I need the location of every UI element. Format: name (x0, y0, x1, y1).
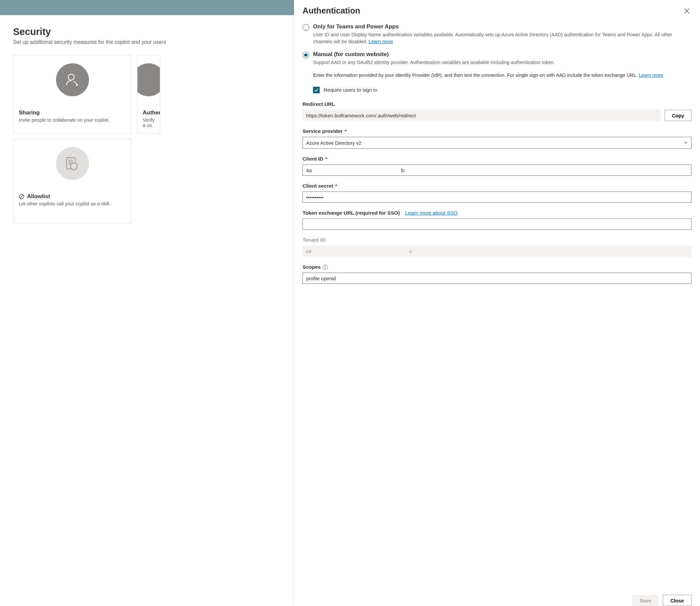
client-secret-field[interactable] (303, 191, 692, 203)
radio-manual-label: Manual (for custom website) (313, 51, 692, 58)
learn-more-link-teams[interactable]: Learn more (369, 39, 393, 44)
provider-label: Service provider* (303, 128, 692, 134)
client-id-field[interactable] (303, 165, 692, 176)
card-auth-title: Authenti (143, 110, 154, 116)
tenant-id-label: Tenant ID (303, 237, 692, 243)
token-exchange-field[interactable] (303, 218, 692, 230)
scopes-field[interactable] (303, 273, 692, 284)
card-authentication[interactable]: Authenti Verify a us (137, 55, 160, 134)
tenant-id-field (303, 246, 692, 257)
sharing-icon (56, 63, 89, 96)
token-exchange-label: Token exchange URL (required for SSO) Le… (303, 210, 692, 216)
radio-option-manual[interactable]: Manual (for custom website) Support AAD … (303, 51, 692, 66)
scopes-label: Scopes i (303, 264, 692, 270)
radio-teams-label: Only for Teams and Power Apps (313, 23, 692, 30)
card-allow-title: Allowlist (19, 193, 126, 200)
learn-more-sso-link[interactable]: Learn more about SSO (405, 210, 457, 216)
allowlist-icon (56, 147, 89, 180)
card-allowlist[interactable]: Allowlist Let other copilots call your c… (13, 139, 132, 224)
provider-value: Azure Active Directory v2 (306, 140, 362, 146)
card-sharing[interactable]: Sharing Invite people to collaborate on … (13, 55, 132, 134)
auth-panel: Authentication Only for Teams and Power … (294, 0, 700, 606)
client-secret-label: Client secret* (303, 183, 692, 189)
card-sharing-title: Sharing (19, 110, 126, 116)
redirect-url-label: Redirect URL (303, 101, 692, 107)
cards-grid: Sharing Invite people to collaborate on … (13, 55, 264, 224)
auth-icon (137, 63, 160, 96)
require-signin-label: Require users to sign in (323, 87, 377, 93)
require-signin-checkbox[interactable]: Require users to sign in (313, 87, 692, 93)
info-icon[interactable]: i (323, 265, 328, 270)
copy-button[interactable]: Copy (665, 110, 692, 121)
card-sharing-desc: Invite people to collaborate on your cop… (19, 117, 126, 123)
learn-more-link-idp[interactable]: Learn more (639, 72, 663, 78)
radio-teams-desc: User ID and User Display Name authentica… (313, 31, 692, 45)
radio-option-teams[interactable]: Only for Teams and Power Apps User ID an… (303, 23, 692, 45)
chevron-down-icon (684, 141, 688, 145)
radio-circle-selected-icon (303, 52, 309, 59)
radio-manual-desc: Support AAD or any OAuth2 identity provi… (313, 59, 692, 66)
prohibit-icon (19, 194, 24, 200)
svg-point-0 (68, 74, 74, 80)
checkbox-checked-icon (313, 87, 320, 93)
close-panel-button[interactable]: Close (663, 595, 692, 606)
idp-instruction: Enter the information provided by your I… (313, 72, 692, 79)
card-auth-desc: Verify a us (143, 117, 154, 128)
svg-line-6 (20, 195, 23, 198)
radio-circle-icon (303, 24, 309, 31)
save-button[interactable]: Save (632, 595, 659, 606)
close-button[interactable] (682, 6, 692, 16)
provider-select[interactable]: Azure Active Directory v2 (303, 137, 692, 149)
close-icon (684, 8, 690, 14)
redirect-url-field[interactable] (303, 110, 661, 121)
card-allow-desc: Let other copilots call your copilot as … (19, 201, 126, 206)
client-id-label: Client ID* (303, 156, 692, 162)
panel-title: Authentication (303, 6, 360, 16)
